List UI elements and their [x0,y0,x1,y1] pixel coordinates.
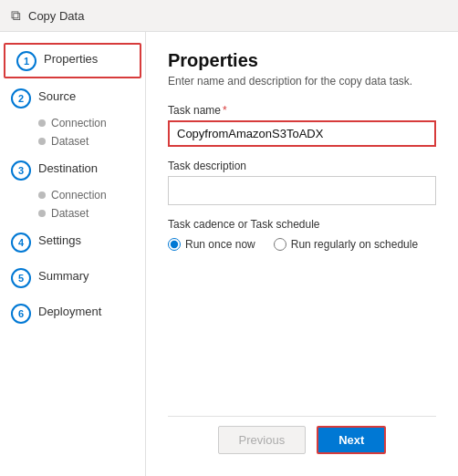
destination-dataset-item: Dataset [38,204,145,222]
source-dataset-dot [38,138,46,145]
radio-run-once-input[interactable] [168,238,181,251]
step-num-deployment: 6 [11,304,31,324]
properties-panel: Properties Enter name and description fo… [146,32,458,476]
destination-dataset-label: Dataset [51,207,88,220]
radio-run-schedule[interactable]: Run regularly on schedule [274,238,418,251]
cadence-label: Task cadence or Task schedule [168,218,436,231]
destination-connection-dot [38,191,46,199]
source-sub-items: Connection Dataset [0,114,145,150]
top-bar: ⧉ Copy Data [0,0,458,32]
task-desc-label: Task description [168,160,436,172]
sidebar-item-deployment[interactable]: 6 Deployment [0,297,145,329]
task-name-input[interactable] [168,120,436,147]
step-num-settings: 4 [11,233,31,253]
sidebar-label-properties: Properties [44,50,98,66]
radio-group: Run once now Run regularly on schedule [168,238,436,251]
copy-data-icon: ⧉ [11,7,21,24]
task-name-label: Task name* [168,104,436,117]
radio-run-schedule-input[interactable] [274,238,286,251]
sidebar-item-source[interactable]: 2 Source [0,82,145,114]
sidebar-label-summary: Summary [38,267,89,283]
panel-subtitle: Enter name and description for the copy … [168,75,436,88]
sidebar-item-destination[interactable]: 3 Destination [0,154,145,186]
step-num-properties: 1 [16,51,36,71]
sidebar-item-properties[interactable]: 1 Properties [4,43,141,78]
sidebar-label-deployment: Deployment [38,303,101,318]
radio-run-once[interactable]: Run once now [168,238,255,251]
panel-title: Properties [168,50,436,71]
destination-sub-items: Connection Dataset [0,186,145,222]
step-num-source: 2 [11,88,31,109]
next-button[interactable]: Next [317,426,386,454]
sidebar-item-summary[interactable]: 5 Summary [0,262,145,294]
task-name-group: Task name* [168,104,436,147]
step-num-destination: 3 [11,160,31,181]
destination-connection-label: Connection [51,189,107,202]
task-desc-input[interactable] [168,176,436,205]
source-connection-label: Connection [51,117,107,129]
destination-dataset-dot [38,210,46,217]
destination-connection-item: Connection [38,186,145,204]
source-connection-dot [38,119,46,127]
radio-run-once-label: Run once now [185,238,255,251]
footer-buttons: Previous Next [168,416,436,458]
step-num-summary: 5 [11,268,31,288]
previous-button[interactable]: Previous [218,426,307,454]
sidebar-label-source: Source [38,88,76,103]
app-title: Copy Data [28,9,84,23]
source-connection-item: Connection [38,114,145,132]
main-content: 1 Properties 2 Source Connection Dataset… [0,32,458,476]
radio-run-schedule-label: Run regularly on schedule [291,238,418,251]
source-dataset-item: Dataset [38,132,145,150]
task-cadence-group: Task cadence or Task schedule Run once n… [168,218,436,251]
sidebar-item-settings[interactable]: 4 Settings [0,226,145,258]
sidebar-label-settings: Settings [38,232,81,247]
task-desc-group: Task description [168,160,436,205]
sidebar-label-destination: Destination [38,160,98,175]
sidebar: 1 Properties 2 Source Connection Dataset… [0,32,146,476]
source-dataset-label: Dataset [51,135,88,148]
